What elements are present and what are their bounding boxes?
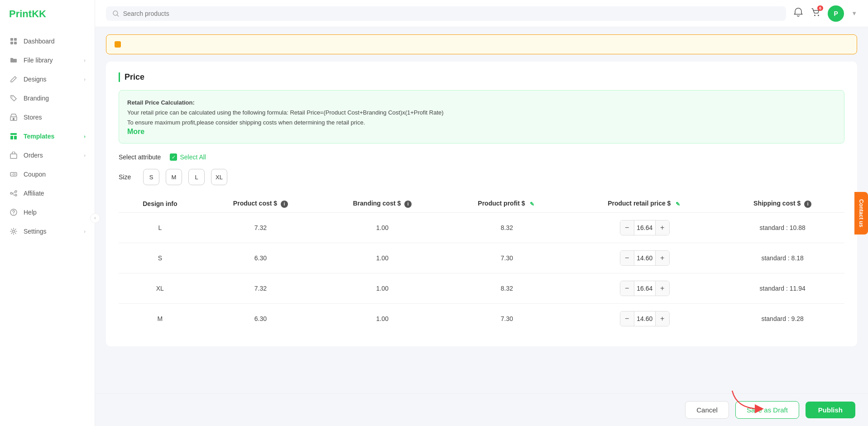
svg-rect-9 — [14, 136, 17, 139]
sidebar-item-label: Affiliate — [24, 190, 44, 197]
cart-badge: 6 — [817, 5, 823, 11]
save-draft-button[interactable]: Save as Draft — [735, 401, 799, 419]
sidebar-item-label: File library — [24, 57, 53, 64]
svg-rect-3 — [14, 42, 17, 44]
sidebar-item-designs[interactable]: Designs › — [0, 70, 95, 89]
sidebar-item-file-library[interactable]: File library › — [0, 51, 95, 70]
search-input[interactable] — [123, 10, 780, 17]
select-all-checkbox[interactable]: ✓ Select All — [170, 153, 206, 161]
sidebar-item-label: Orders — [24, 152, 43, 159]
svg-rect-7 — [10, 133, 17, 135]
chevron-right-icon: › — [84, 57, 86, 63]
svg-point-21 — [818, 15, 819, 16]
coupon-icon — [9, 170, 18, 179]
cell-product-profit: 7.30 — [445, 243, 569, 273]
col-retail-price: Product retail price $ ✎ — [569, 195, 720, 212]
sidebar-item-stores[interactable]: Stores — [0, 108, 95, 127]
warning-bar — [106, 34, 857, 54]
size-m-button[interactable]: M — [166, 169, 182, 185]
tag-icon — [9, 94, 18, 103]
stepper-minus-button[interactable]: − — [620, 281, 634, 296]
shipping-cost-info-icon[interactable]: i — [804, 201, 811, 208]
sidebar-item-settings[interactable]: Settings › — [0, 222, 95, 241]
sidebar-item-help[interactable]: Help — [0, 203, 95, 222]
stepper-value: 16.64 — [634, 220, 656, 235]
table-row: XL 7.32 1.00 8.32 − 16.64 + standard : 1… — [119, 273, 844, 303]
chevron-right-icon: › — [84, 134, 86, 139]
size-xl-button[interactable]: XL — [211, 169, 227, 185]
stepper-minus-button[interactable]: − — [620, 220, 634, 235]
cell-design: M — [119, 303, 201, 334]
main-area: 6 P ▼ Price Retail Price Calculation: Yo… — [95, 0, 868, 426]
avatar: P — [828, 5, 844, 22]
svg-point-14 — [15, 191, 17, 192]
stepper-value: 16.64 — [634, 281, 656, 296]
contact-us-tab[interactable]: Contact us — [854, 191, 868, 234]
cell-branding-cost: 1.00 — [320, 303, 445, 334]
cell-retail-price: − 14.60 + — [569, 303, 720, 334]
sidebar-item-branding[interactable]: Branding — [0, 89, 95, 108]
sidebar-collapse-button[interactable]: ‹ — [90, 213, 100, 223]
stepper-minus-button[interactable]: − — [620, 251, 634, 265]
stepper-plus-button[interactable]: + — [656, 251, 669, 265]
warning-icon — [115, 41, 121, 48]
table-row: L 7.32 1.00 8.32 − 16.64 + standard : 10… — [119, 212, 844, 243]
stepper-plus-button[interactable]: + — [656, 281, 669, 296]
stepper-minus-button[interactable]: − — [620, 311, 634, 326]
col-shipping-cost: Shipping cost $ i — [720, 195, 844, 212]
size-s-button[interactable]: S — [143, 169, 159, 185]
cell-product-cost: 7.32 — [201, 212, 320, 243]
header-user-menu[interactable]: ▼ — [851, 10, 857, 17]
section-title: Price — [119, 72, 844, 82]
sidebar-item-coupon[interactable]: Coupon — [0, 165, 95, 184]
layout-icon — [9, 132, 18, 141]
chevron-right-icon: › — [84, 77, 86, 82]
search-bar — [106, 6, 786, 21]
cell-product-profit: 8.32 — [445, 273, 569, 303]
size-label: Size — [119, 173, 137, 181]
cancel-button[interactable]: Cancel — [685, 401, 729, 419]
cart-button[interactable]: 6 — [810, 7, 820, 19]
pen-icon — [9, 75, 18, 84]
svg-point-18 — [13, 230, 15, 233]
branding-cost-info-icon[interactable]: i — [404, 201, 412, 208]
retail-price-edit-icon[interactable]: ✎ — [674, 201, 681, 208]
cell-product-cost: 7.32 — [201, 273, 320, 303]
svg-rect-2 — [10, 42, 13, 44]
help-icon — [9, 208, 18, 217]
info-title: Retail Price Calculation: — [127, 99, 195, 106]
cell-product-cost: 6.30 — [201, 303, 320, 334]
search-icon — [112, 10, 120, 17]
svg-point-17 — [13, 214, 14, 215]
cell-branding-cost: 1.00 — [320, 243, 445, 273]
sidebar-item-label: Coupon — [24, 171, 46, 178]
info-more-link[interactable]: More — [127, 128, 144, 135]
stepper-plus-button[interactable]: + — [656, 311, 669, 326]
cell-design: XL — [119, 273, 201, 303]
footer-bar: Cancel Save as Draft Publish — [95, 393, 868, 426]
sidebar-item-affiliate[interactable]: Affiliate — [0, 184, 95, 203]
table-row: S 6.30 1.00 7.30 − 14.60 + standard : 8.… — [119, 243, 844, 273]
sidebar-item-label: Settings — [24, 228, 47, 235]
cell-product-cost: 6.30 — [201, 243, 320, 273]
sidebar-item-dashboard[interactable]: Dashboard — [0, 32, 95, 51]
sidebar-item-orders[interactable]: Orders › — [0, 146, 95, 165]
table-row: M 6.30 1.00 7.30 − 14.60 + standard : 9.… — [119, 303, 844, 334]
product-cost-info-icon[interactable]: i — [281, 201, 288, 208]
sidebar-item-label: Designs — [24, 76, 47, 83]
col-product-profit: Product profit $ ✎ — [445, 195, 569, 212]
sidebar-item-label: Branding — [24, 95, 49, 102]
svg-rect-0 — [10, 38, 13, 41]
sidebar-item-templates[interactable]: Templates › — [0, 127, 95, 146]
store-icon — [9, 113, 18, 122]
cell-branding-cost: 1.00 — [320, 273, 445, 303]
publish-button[interactable]: Publish — [806, 402, 855, 418]
svg-point-15 — [15, 194, 17, 196]
cell-design: S — [119, 243, 201, 273]
product-profit-edit-icon[interactable]: ✎ — [528, 201, 536, 208]
size-l-button[interactable]: L — [188, 169, 205, 185]
cell-product-profit: 7.30 — [445, 303, 569, 334]
affiliate-icon — [9, 189, 18, 198]
notification-button[interactable] — [793, 7, 803, 19]
stepper-plus-button[interactable]: + — [656, 220, 669, 235]
